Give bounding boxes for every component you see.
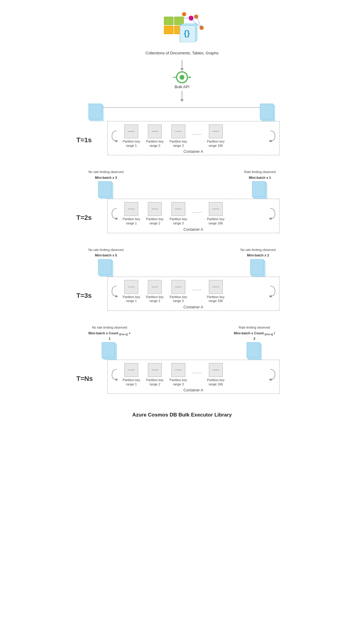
pkr-icon-3-t1 bbox=[171, 124, 185, 138]
dot-orange-2 bbox=[194, 14, 198, 19]
pkr-icon-166-t3 bbox=[209, 280, 223, 294]
pkr-icon-1-t3 bbox=[124, 280, 138, 294]
pkr-icon-166-t1 bbox=[209, 124, 223, 138]
arrow-to-bulk-api bbox=[180, 60, 184, 71]
top-bar-t1 bbox=[102, 107, 262, 108]
dot-magenta bbox=[189, 16, 193, 21]
pkr-group-tns: Partition keyrange 1 Partition keyrange … bbox=[120, 363, 267, 386]
pkr-label-166-t3: Partition keyrange 166 bbox=[207, 295, 225, 303]
dots-t1: ...... bbox=[193, 130, 202, 142]
left-note-line2-t3: Mini-batch x 5 bbox=[95, 253, 117, 258]
right-arrow-tns bbox=[268, 369, 276, 381]
batch-notes-t2: No rate limiting observed Mini-batch x 3… bbox=[88, 170, 276, 199]
batch-notes-t3: No rate limiting observed Mini-batch x 5… bbox=[88, 248, 276, 277]
collections-label: Collections of Documents, Tables, Graphs bbox=[145, 51, 219, 55]
inner-row-t2: T=2s Partition keyrange 1 Pa bbox=[76, 199, 288, 233]
inner-row-t3: T=3s Partition keyrange 1 Pa bbox=[76, 277, 288, 311]
pkr-icon-2-t3 bbox=[148, 280, 162, 294]
pkr-label-1-t2: Partition keyrange 1 bbox=[123, 217, 140, 225]
arrow-to-t1 bbox=[180, 91, 184, 102]
right-note-t2: Rate limiting observed Mini-batch x 1 bbox=[244, 170, 276, 199]
pkr-2-t2: Partition keyrange 2 bbox=[146, 202, 164, 225]
pkr-label-3-tns: Partition keyrange 3 bbox=[170, 378, 187, 386]
right-note-line2-t2: Mini-batch x 1 bbox=[249, 175, 271, 180]
left-batch-t1 bbox=[88, 104, 104, 122]
left-note-line2-t2: Mini-batch x 3 bbox=[95, 175, 117, 180]
pkr-label-1-t3: Partition keyrange 1 bbox=[123, 295, 140, 303]
pkr-icon-3-tns bbox=[171, 363, 185, 377]
right-note-line1-tns: Rate limiting observed bbox=[239, 325, 270, 330]
right-note-line2-tns: Mini-batch x Count (t=n-1) / 2 bbox=[233, 331, 276, 341]
pkr-label-166-t1: Partition keyrange 166 bbox=[207, 140, 225, 148]
svg-rect-4 bbox=[164, 17, 173, 24]
pkr-1-tns: Partition keyrange 1 bbox=[123, 363, 140, 386]
section-t1s: T=1s Partiti bbox=[57, 104, 307, 155]
mini-batch-stack-right-t1 bbox=[260, 104, 276, 122]
bulk-api-area: Bulk API bbox=[173, 71, 191, 89]
left-arrow-tns bbox=[111, 369, 119, 381]
bulk-api-icon bbox=[173, 71, 191, 83]
time-label-t3: T=3s bbox=[76, 277, 99, 300]
mini-batch-stack-left-t2 bbox=[98, 181, 114, 199]
pkr-label-2-t3: Partition keyrange 2 bbox=[146, 295, 164, 303]
pkr-label-2-t2: Partition keyrange 2 bbox=[146, 217, 164, 225]
pkr-icon-2-t1 bbox=[148, 124, 162, 138]
pkr-label-2-t1: Partition keyrange 2 bbox=[146, 140, 164, 148]
dots-t3: ...... bbox=[193, 285, 202, 298]
pkr-label-1-t1: Partition keyrange 1 bbox=[123, 140, 140, 148]
left-note-line1-t2: No rate limiting observed bbox=[88, 170, 123, 174]
diagram-tns: Partition keyrange 1 Partition keyrange … bbox=[99, 360, 288, 394]
icon-cluster: {} bbox=[152, 9, 212, 48]
left-note-line1-t3: No rate limiting observed bbox=[88, 248, 123, 252]
diagram-t2: Partition keyrange 1 Partition keyrange … bbox=[99, 199, 288, 233]
pkr-label-3-t1: Partition keyrange 3 bbox=[170, 140, 187, 148]
mini-batch-stack-right-t2 bbox=[252, 181, 268, 199]
right-arrow-t2 bbox=[268, 208, 276, 220]
left-note-t3: No rate limiting observed Mini-batch x 5 bbox=[88, 248, 123, 277]
diagram-t3: Partition keyrange 1 Partition keyrange … bbox=[99, 277, 288, 311]
right-note-line1-t3: No rate limiting observed bbox=[241, 248, 276, 252]
svg-point-16 bbox=[180, 75, 184, 80]
left-arrow-t2 bbox=[111, 208, 119, 220]
svg-text:{}: {} bbox=[184, 29, 190, 38]
container-box-t1: Partition keyrange 1 Partition keyrange … bbox=[107, 121, 279, 155]
pkr-label-166-tns: Partition keyrange 166 bbox=[207, 378, 225, 386]
pkr-166-tns: Partition keyrange 166 bbox=[207, 363, 225, 386]
right-note-line1-t2: Rate limiting observed bbox=[244, 170, 276, 174]
diagram-t1: Partition keyrange 1 Partition keyrange … bbox=[99, 122, 288, 155]
container-name-t2: Container A bbox=[184, 227, 203, 232]
pkr-icon-1-tns bbox=[124, 363, 138, 377]
section-t3s: No rate limiting observed Mini-batch x 5… bbox=[57, 248, 307, 311]
pkr-label-3-t3: Partition keyrange 3 bbox=[170, 295, 187, 303]
pkr-2-t1: Partition keyrange 2 bbox=[146, 124, 164, 148]
pkr-icon-2-t2 bbox=[148, 202, 162, 216]
pkr-icon-1-t2 bbox=[124, 202, 138, 216]
pkr-icon-166-t2 bbox=[209, 202, 223, 216]
time-label-t2: T=2s bbox=[76, 199, 99, 222]
inner-row-t1: T=1s Partiti bbox=[76, 122, 288, 155]
batch-notes-tns: No rate limiting observed Mini-batch x C… bbox=[88, 325, 276, 360]
pkr-icon-3-t2 bbox=[171, 202, 185, 216]
pkr-group-t2: Partition keyrange 1 Partition keyrange … bbox=[120, 202, 267, 225]
mini-batch-stack-right-tns bbox=[247, 342, 262, 360]
mini-batch-stack-right-t3 bbox=[250, 259, 266, 277]
json-icon: {} bbox=[179, 23, 199, 42]
pkr-3-tns: Partition keyrange 3 bbox=[170, 363, 187, 386]
dots-tns: ...... bbox=[193, 368, 202, 381]
left-arrow-t3 bbox=[111, 285, 119, 297]
pkr-166-t1: Partition keyrange 166 bbox=[207, 124, 225, 148]
pkr-166-t2: Partition keyrange 166 bbox=[207, 202, 225, 225]
pkr-label-2-tns: Partition keyrange 2 bbox=[146, 378, 164, 386]
time-label-t1: T=1s bbox=[76, 122, 99, 144]
pkr-icon-166-tns bbox=[209, 363, 223, 377]
svg-rect-6 bbox=[164, 26, 173, 34]
time-label-tns: T=Ns bbox=[76, 360, 99, 383]
pkr-group-t1: Partition keyrange 1 Partition keyrange … bbox=[120, 124, 267, 148]
left-note-line1-tns: No rate limiting observed bbox=[92, 325, 127, 330]
top-icon-area: {} Collections of Documents, Tables, Gra… bbox=[145, 9, 219, 57]
pkr-icon-3-t3 bbox=[171, 280, 185, 294]
pkr-icon-1-t1 bbox=[124, 124, 138, 138]
container-name-tns: Container A bbox=[184, 388, 203, 392]
container-name-t1: Container A bbox=[184, 150, 203, 154]
pkr-label-1-tns: Partition keyrange 1 bbox=[123, 378, 140, 386]
